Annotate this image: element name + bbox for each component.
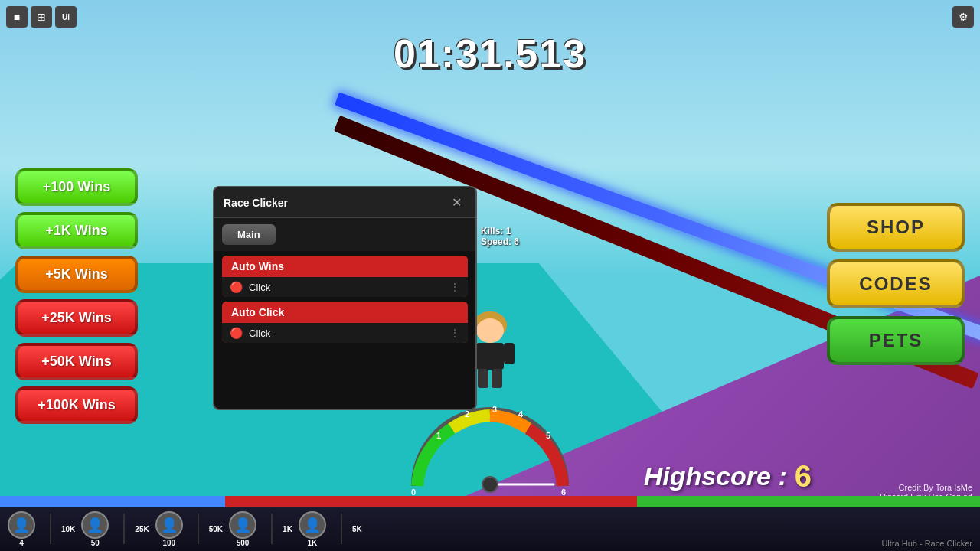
- highscore-label: Highscore :: [644, 461, 787, 491]
- highscore-display: Highscore : 6: [644, 459, 812, 494]
- lb-entry-1: 👤 4: [8, 511, 35, 547]
- progress-bar: [0, 496, 980, 507]
- lb-milestone-25k: 25K: [135, 525, 149, 533]
- lb-entry-2: 👤 50: [81, 511, 109, 547]
- lb-avatar-5: 👤: [299, 511, 326, 539]
- svg-text:1: 1: [436, 431, 441, 440]
- lb-score-5: 1K: [307, 539, 317, 547]
- auto-click-section: Auto Click 🔴 Click ⋮: [222, 302, 468, 343]
- auto-click-icon: 🔴: [230, 327, 243, 339]
- lb-divider-2: [123, 514, 125, 544]
- wins-50k-button[interactable]: +50K Wins: [15, 343, 138, 380]
- lb-milestone-10k: 10K: [61, 525, 75, 533]
- auto-wins-section: Auto Wins 🔴 Click ⋮: [222, 256, 468, 297]
- lb-divider-5: [341, 514, 342, 544]
- lb-divider-4: [271, 514, 273, 544]
- svg-text:2: 2: [465, 409, 469, 419]
- auto-click-label: Click: [249, 328, 443, 339]
- svg-text:3: 3: [492, 405, 497, 414]
- kills-stat: Kills: 1: [481, 226, 519, 236]
- wins-100-button[interactable]: +100 Wins: [15, 168, 138, 206]
- svg-rect-4: [492, 369, 502, 388]
- leaderboard-bar: 👤 4 10K 👤 50 25K 👤 100 50K 👤 500 1K 👤 1K…: [0, 507, 980, 551]
- lb-divider-1: [50, 514, 51, 544]
- panel-title: Race Clicker: [224, 197, 288, 209]
- shop-button[interactable]: SHOP: [827, 203, 965, 252]
- svg-point-1: [476, 318, 504, 343]
- lb-entry-4: 👤 500: [229, 511, 256, 547]
- lb-milestone-50k: 50K: [209, 525, 223, 533]
- right-buttons: SHOP CODES PETS: [827, 203, 965, 365]
- lb-score-2: 50: [91, 539, 100, 547]
- wins-25k-button[interactable]: +25K Wins: [15, 299, 138, 337]
- lb-milestone-5k: 5K: [352, 525, 362, 533]
- panel-close-button[interactable]: ✕: [447, 194, 466, 211]
- pets-button[interactable]: PETS: [827, 316, 965, 365]
- panel-header: Race Clicker ✕: [214, 187, 475, 218]
- speedometer: 0 1 2 3 4 5 6 100K: [402, 402, 578, 501]
- lb-entry-5: 👤 1K: [299, 511, 326, 547]
- highscore-value: 6: [795, 459, 812, 494]
- lb-score-4: 500: [237, 539, 250, 547]
- progress-seg-blue: [0, 496, 225, 507]
- lb-avatar-4: 👤: [229, 511, 256, 539]
- auto-wins-header: Auto Wins: [222, 256, 468, 277]
- icon-grid[interactable]: ■: [6, 6, 28, 28]
- auto-click-item[interactable]: 🔴 Click ⋮: [222, 323, 468, 343]
- lb-avatar-3: 👤: [155, 511, 183, 539]
- lb-divider-3: [198, 514, 199, 544]
- auto-wins-label: Click: [249, 282, 443, 293]
- bottom-bar-title: Ultra Hub - Race Clicker: [881, 539, 972, 548]
- progress-seg-red: [225, 496, 637, 507]
- icon-screen[interactable]: ⊞: [31, 6, 52, 28]
- lb-score-1: 4: [19, 539, 24, 547]
- tab-main[interactable]: Main: [222, 224, 276, 245]
- svg-rect-6: [504, 343, 514, 364]
- lb-avatar-2: 👤: [81, 511, 109, 539]
- lb-avatar-1: 👤: [8, 511, 35, 539]
- lb-score-3: 100: [162, 539, 175, 547]
- svg-text:4: 4: [518, 409, 524, 419]
- left-win-buttons: +100 Wins +1K Wins +5K Wins +25K Wins +5…: [15, 168, 138, 424]
- speed-stat: Speed: 6: [481, 236, 519, 247]
- lb-entry-3: 👤 100: [155, 511, 183, 547]
- panel-content: Auto Wins 🔴 Click ⋮ Auto Click 🔴 Click ⋮: [214, 251, 475, 347]
- settings-icon[interactable]: ⚙: [952, 6, 974, 28]
- credit-line1: Credit By Tora IsMe: [880, 483, 972, 492]
- auto-wins-menu-icon[interactable]: ⋮: [449, 281, 460, 293]
- lb-milestone-1k: 1K: [283, 525, 292, 533]
- race-clicker-panel: Race Clicker ✕ Main Auto Wins 🔴 Click ⋮ …: [213, 186, 477, 410]
- top-left-icons: ■ ⊞ UI: [6, 6, 77, 28]
- game-timer: 01:31.513: [394, 31, 586, 77]
- svg-text:5: 5: [546, 431, 550, 440]
- auto-click-menu-icon[interactable]: ⋮: [449, 327, 460, 339]
- icon-ui[interactable]: UI: [55, 6, 77, 28]
- panel-tabs: Main: [214, 218, 475, 251]
- stats-overlay: Kills: 1 Speed: 6: [481, 226, 519, 247]
- svg-rect-2: [476, 343, 504, 370]
- wins-1k-button[interactable]: +1K Wins: [15, 212, 138, 249]
- progress-seg-green: [637, 496, 980, 507]
- top-right-icon[interactable]: ⚙: [952, 6, 974, 28]
- auto-wins-item[interactable]: 🔴 Click ⋮: [222, 277, 468, 297]
- wins-5k-button[interactable]: +5K Wins: [15, 256, 138, 293]
- auto-click-header: Auto Click: [222, 302, 468, 323]
- svg-point-8: [482, 477, 498, 492]
- wins-100k-button[interactable]: +100K Wins: [15, 386, 138, 424]
- codes-button[interactable]: CODES: [827, 259, 965, 308]
- svg-rect-3: [478, 369, 488, 388]
- auto-wins-icon: 🔴: [230, 281, 243, 293]
